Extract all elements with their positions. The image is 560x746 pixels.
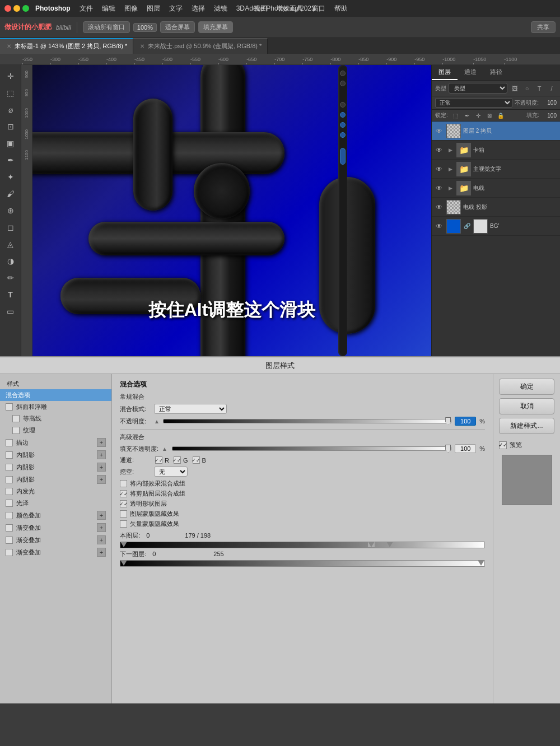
tab-close-active[interactable]: ✕ — [6, 43, 12, 49]
opacity-number-input[interactable] — [455, 417, 476, 426]
layer-search-icon1[interactable]: 🖼 — [510, 83, 520, 94]
style-gradient-3-checkbox[interactable] — [6, 549, 13, 556]
menu-image[interactable]: 图像 — [120, 3, 142, 15]
app-name-menu[interactable]: Photoshop — [31, 3, 74, 13]
layer-tab-layers[interactable]: 图层 — [432, 65, 458, 80]
layer-search-icon2[interactable]: ○ — [522, 83, 532, 94]
move-tool[interactable]: ✛ — [3, 68, 18, 84]
preview-checkbox[interactable]: ✓ — [499, 441, 507, 449]
chk-vector-mask[interactable] — [120, 520, 127, 528]
style-gradient-2-checkbox[interactable] — [6, 537, 13, 544]
menu-help[interactable]: 帮助 — [330, 3, 352, 15]
this-layer-right-thumb-2[interactable] — [386, 542, 393, 547]
chk-layer-mask[interactable] — [120, 510, 127, 517]
scroll-all-button[interactable]: 滚动所有窗口 — [83, 21, 130, 33]
layer-item-5[interactable]: 👁 🔗 BG' — [432, 217, 560, 236]
style-item-bevel[interactable]: 斜面和浮雕 — [0, 401, 111, 413]
style-color-overlay-plus[interactable]: + — [97, 511, 106, 520]
ok-button[interactable]: 确定 — [499, 379, 554, 395]
style-item-inner-glow[interactable]: 内发光 — [0, 486, 111, 497]
eyedropper-tool[interactable]: ✒ — [3, 152, 18, 168]
frame-tool[interactable]: ▣ — [3, 136, 18, 151]
tab-close-second[interactable]: ✕ — [139, 43, 146, 49]
layer-item-2[interactable]: 👁 ▶ 📁 主视觉文字 — [432, 160, 560, 179]
style-item-contour[interactable]: 等高线 — [0, 413, 111, 425]
style-item-inner-shadow-2[interactable]: 内阴影 + — [0, 461, 111, 473]
style-stroke-plus[interactable]: + — [97, 438, 106, 447]
menu-file[interactable]: 文件 — [76, 3, 97, 15]
style-bevel-checkbox[interactable] — [6, 403, 13, 411]
style-item-inner-shadow-3[interactable]: 内阴影 + — [0, 473, 111, 486]
style-item-satin[interactable]: 光泽 — [0, 497, 111, 509]
style-gradient-2-plus[interactable]: + — [97, 535, 106, 544]
style-item-gradient-overlay-1[interactable]: 渐变叠加 + — [0, 521, 111, 534]
style-texture-checkbox[interactable] — [12, 427, 20, 434]
layer-expand-3[interactable]: ▶ — [446, 184, 454, 192]
style-inner-glow-checkbox[interactable] — [6, 488, 13, 495]
share-button[interactable]: 共享 — [531, 21, 556, 33]
fill-opacity-thumb[interactable] — [445, 445, 451, 453]
menu-select[interactable]: 选择 — [188, 3, 209, 15]
channel-b-checkbox[interactable]: ✓ — [193, 456, 200, 464]
opacity-slider-track[interactable] — [163, 419, 451, 423]
menu-text[interactable]: 文字 — [165, 3, 186, 15]
mac-minimize-button[interactable] — [13, 5, 20, 12]
fill-opacity-slider[interactable] — [172, 446, 451, 451]
layer-visibility-5[interactable]: 👁 — [434, 221, 444, 231]
style-item-color-overlay[interactable]: 颜色叠加 + — [0, 509, 111, 521]
style-inner-shadow-3-plus[interactable]: + — [97, 475, 106, 484]
fill-screen-button[interactable]: 填充屏幕 — [198, 21, 233, 33]
shape-tool[interactable]: ▭ — [3, 304, 18, 319]
style-item-gradient-overlay-2[interactable]: 渐变叠加 + — [0, 534, 111, 546]
next-layer-left-thumb[interactable] — [120, 560, 127, 566]
layer-visibility-4[interactable]: 👁 — [434, 202, 444, 212]
pen-tool[interactable]: ✏ — [3, 270, 18, 286]
style-inner-shadow-3-checkbox[interactable] — [6, 476, 13, 483]
style-gradient-1-plus[interactable]: + — [97, 523, 106, 532]
lock-transparent-icon[interactable]: ⬚ — [451, 111, 460, 120]
lock-paint-icon[interactable]: ✒ — [463, 111, 472, 120]
layer-visibility-2[interactable]: 👁 — [434, 164, 444, 174]
fill-opacity-input[interactable] — [455, 444, 476, 453]
text-tool[interactable]: T — [3, 287, 18, 302]
style-stroke-checkbox[interactable] — [6, 439, 13, 446]
opacity-slider-thumb[interactable] — [445, 417, 451, 425]
lock-artboard-icon[interactable]: ⊠ — [485, 111, 494, 120]
this-layer-right-thumb-1[interactable] — [368, 542, 375, 547]
style-item-blend[interactable]: 混合选项 — [0, 389, 111, 401]
layer-tab-paths[interactable]: 路径 — [483, 65, 509, 80]
channel-g-checkbox[interactable]: ✓ — [174, 456, 181, 464]
style-contour-checkbox[interactable] — [12, 415, 20, 422]
layer-expand-2[interactable]: ▶ — [446, 165, 454, 173]
chk-internal-effects[interactable] — [120, 480, 127, 487]
layer-visibility-3[interactable]: 👁 — [434, 183, 444, 193]
this-layer-left-thumb[interactable] — [120, 542, 127, 547]
next-layer-right-thumb[interactable] — [478, 560, 484, 566]
style-satin-checkbox[interactable] — [6, 500, 13, 507]
mac-maximize-button[interactable] — [22, 5, 29, 12]
brush-tool[interactable]: 🖌 — [3, 186, 18, 202]
layer-tab-channels[interactable]: 通道 — [458, 65, 483, 80]
style-inner-shadow-1-checkbox[interactable] — [6, 451, 13, 459]
layer-search-icon4[interactable]: / — [547, 83, 557, 94]
channel-r-checkbox[interactable]: ✓ — [155, 456, 162, 464]
mac-close-button[interactable] — [4, 5, 11, 12]
tab-second[interactable]: ✕ 未来战士.psd @ 50.9% (金属架, RGB/8) * — [133, 38, 268, 54]
crop-tool[interactable]: ⊡ — [3, 119, 18, 134]
layer-visibility-0[interactable]: 👁 — [434, 126, 444, 136]
next-layer-slider-track[interactable] — [120, 560, 485, 567]
style-item-texture[interactable]: 纹理 — [0, 425, 111, 436]
style-item-inner-shadow-1[interactable]: 内阴影 + — [0, 449, 111, 461]
layer-expand-1[interactable]: ▶ — [446, 146, 454, 154]
chk-transparent-shape[interactable]: ✓ — [120, 500, 127, 507]
select-tool[interactable]: ⬚ — [3, 85, 18, 101]
heal-tool[interactable]: ✦ — [3, 169, 18, 185]
style-item-gradient-overlay-3[interactable]: 渐变叠加 + — [0, 546, 111, 558]
lock-all-icon[interactable]: 🔒 — [496, 111, 505, 120]
layer-item-1[interactable]: 👁 ▶ 📁 卡箱 — [432, 141, 560, 160]
this-layer-slider-track[interactable] — [120, 542, 485, 548]
lock-move-icon[interactable]: ✛ — [474, 111, 483, 120]
fit-screen-button[interactable]: 适合屏幕 — [160, 21, 195, 33]
style-item-stroke[interactable]: 描边 + — [0, 436, 111, 449]
style-color-overlay-checkbox[interactable] — [6, 512, 13, 519]
